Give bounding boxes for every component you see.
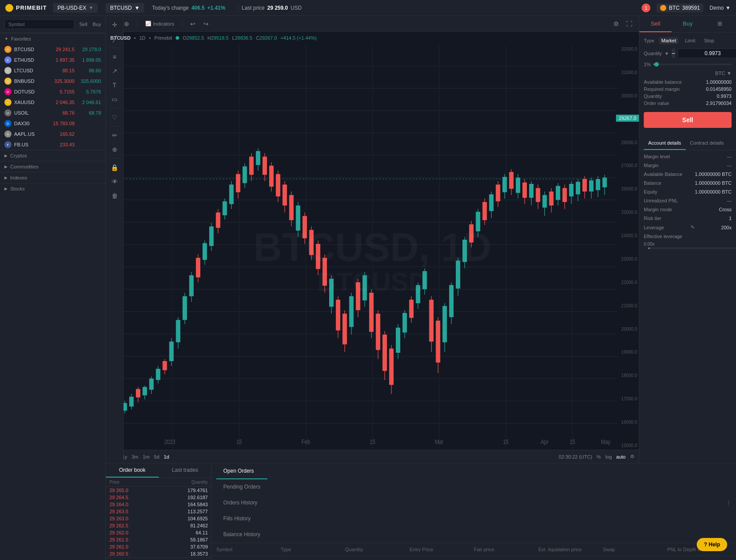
avail-balance-row: Available Balance 1.00000000 BTC (639, 170, 736, 179)
chart-section: D ⊕ 📈 Indicators ↩ ↪ ⚙ ⛶ (106, 16, 639, 463)
quantity-slider[interactable] (653, 63, 732, 65)
limit-type-btn[interactable]: Limit (682, 37, 698, 44)
svg-rect-172 (596, 179, 600, 190)
ask-row[interactable]: 29 264.0164.5843 (106, 501, 211, 508)
layout-icon-tab[interactable]: ⊞ (704, 16, 736, 32)
period-btn-1m[interactable]: 1m (141, 453, 152, 460)
symbol-row[interactable]: E ETHUSD 1 897.35 1 898.05 (0, 55, 105, 65)
symbol-search-input[interactable] (4, 19, 74, 29)
buy-tab[interactable]: Buy (672, 16, 704, 32)
order-tabs: Sell Buy ⊞ (639, 16, 736, 33)
text-tool[interactable]: T (109, 79, 121, 91)
chart-bottom-toolbar: 5y1y3m1m5d1d 02:30:22 (UTC) % log auto ⚙ (106, 450, 639, 463)
period-btn-5d[interactable]: 5d (152, 453, 161, 460)
ask-row[interactable]: 29 265.0179.4761 (106, 487, 211, 494)
crosshair-tool[interactable]: ✛ (109, 19, 121, 31)
horizontal-line-tool[interactable]: ≡ (109, 51, 121, 63)
currency-selector[interactable]: BTC ▼ (644, 71, 732, 76)
risk-tier-row: Risk tier 1 (639, 214, 736, 223)
ask-price: 29 263.0 (109, 516, 173, 521)
ask-row[interactable]: 29 263.0104.6925 (106, 515, 211, 522)
symbol-icon: X (4, 99, 11, 106)
bottom-tab-balance-history[interactable]: Balance History (216, 527, 267, 543)
toolbar-separator2 (182, 20, 183, 27)
notification-button[interactable]: 1 (642, 4, 650, 12)
indexes-section[interactable]: ▶ Indexes (0, 172, 105, 183)
log-mode-btn[interactable]: log (605, 454, 612, 459)
help-button[interactable]: ? Help (697, 538, 727, 551)
symbol-buy-price: 88.60 (75, 68, 101, 73)
market-type-btn[interactable]: Market (659, 37, 679, 44)
drawing-tools: ✛ ╱ ≡ ↗ T ▭ ♡ ✏ ⊕ 🔒 👁 🗑 (106, 16, 124, 463)
bottom-tab-orders-history[interactable]: Orders History (216, 495, 267, 511)
percent-mode-btn[interactable]: % (597, 454, 601, 459)
pair-selector[interactable]: PB-USD-EX ▼ (53, 3, 98, 13)
indicators-button[interactable]: 📈 Indicators (143, 20, 177, 27)
chart-settings-icon[interactable]: ⚙ (630, 454, 635, 459)
order-book-tab[interactable]: Order book (106, 463, 159, 478)
symbol-row[interactable]: D DAX30 15 783.08 (0, 118, 105, 129)
delete-tool[interactable]: 🗑 (109, 190, 121, 202)
svg-rect-90 (323, 258, 327, 286)
more-columns-btn[interactable]: ⋮ (725, 500, 732, 507)
fullscreen-btn[interactable]: ⛶ (624, 19, 635, 28)
fibonacci-tool[interactable]: ♡ (109, 111, 121, 123)
favorites-section[interactable]: ▼ Favorites (0, 33, 105, 44)
symbol-name: BNBUSD (14, 78, 48, 84)
edit-leverage-icon[interactable]: ✎ (691, 224, 695, 230)
quantity-minus-btn[interactable]: − (672, 49, 675, 58)
center-wrapper: D ⊕ 📈 Indicators ↩ ↪ ⚙ ⛶ (106, 16, 736, 560)
commodities-section[interactable]: ▶ Commodities (0, 161, 105, 172)
undo-btn[interactable]: ↩ (188, 19, 198, 28)
stocks-section[interactable]: ▶ Stocks (0, 183, 105, 194)
ask-row[interactable]: 29 262.064.11 (106, 529, 211, 536)
symbol-row[interactable]: D DOTUSD 5.7155 5.7676 (0, 86, 105, 97)
brush-tool[interactable]: ✏ (109, 129, 121, 142)
pair-display[interactable]: BTCUSD ▼ (105, 3, 144, 13)
symbol-row[interactable]: A AAPL.US 165.62 (0, 129, 105, 139)
svg-text:Apr: Apr (541, 438, 549, 446)
symbol-row[interactable]: X XAUUSD 2 046.35 2 046.61 (0, 97, 105, 108)
stop-type-btn[interactable]: Stop (702, 37, 717, 44)
ask-price: 29 261.0 (109, 544, 173, 549)
rectangle-tool[interactable]: ▭ (109, 93, 121, 105)
redo-btn[interactable]: ↪ (201, 19, 211, 28)
symbol-row[interactable]: B BNBUSD 325.3000 325.6000 (0, 76, 105, 86)
period-btn-3m[interactable]: 3m (129, 453, 140, 460)
bottom-tab-open-orders[interactable]: Open Orders (216, 463, 267, 479)
contract-details-tab[interactable]: Contract details (686, 137, 728, 150)
ask-row[interactable]: 29 264.5192.6187 (106, 494, 211, 501)
auto-mode-btn[interactable]: auto (616, 454, 626, 459)
lock-tool[interactable]: 🔒 (109, 161, 121, 174)
eye-tool[interactable]: 👁 (109, 175, 121, 188)
ask-row[interactable]: 29 263.5113.2577 (106, 508, 211, 515)
cryptos-section[interactable]: ▶ Cryptos (0, 150, 105, 161)
symbol-row[interactable]: L LTCUSD 88.15 88.60 (0, 65, 105, 76)
ask-row[interactable]: 29 261.559.1867 (106, 536, 211, 543)
quantity-input[interactable] (678, 49, 736, 58)
symbol-row[interactable]: F FB.US 233.43 (0, 139, 105, 150)
margin-mode-row: Margin mode Cross (639, 205, 736, 214)
live-dot (176, 36, 179, 40)
ask-row[interactable]: 29 262.581.2462 (106, 522, 211, 529)
mid-price-display: 29 259.0 USD (106, 557, 211, 560)
bottom-tab-fills-history[interactable]: Fills History (216, 511, 267, 527)
settings-btn[interactable]: ⚙ (611, 19, 621, 28)
account-details-content: Margin level — Margin — Available Balanc… (639, 150, 736, 254)
zoom-tool[interactable]: ⊕ (109, 143, 121, 156)
symbol-sidebar: Sell Buy ▼ Favorites B BTCUSD 29 241.5 2… (0, 16, 106, 560)
account-details-tab[interactable]: Account details (644, 137, 686, 150)
ask-row[interactable]: 29 261.037.6709 (106, 543, 211, 550)
symbol-row[interactable]: B BTCUSD 29 241.5 29 278.0 (0, 44, 105, 55)
last-trades-tab[interactable]: Last trades (159, 463, 212, 478)
arrow-tool[interactable]: ↗ (109, 65, 121, 77)
sell-order-button[interactable]: Sell (644, 112, 732, 128)
account-menu[interactable]: Demo ▼ (710, 5, 731, 11)
period-btn-1d[interactable]: 1d (161, 453, 171, 460)
bottom-tab-pending-orders[interactable]: Pending Orders (216, 479, 267, 495)
sell-tab[interactable]: Sell (639, 16, 672, 32)
symbol-row[interactable]: U USOIL 68.76 68.78 (0, 108, 105, 118)
symbol-icon: B (4, 46, 11, 53)
svg-rect-68 (249, 157, 254, 175)
ask-row[interactable]: 29 260.518.3573 (106, 550, 211, 557)
